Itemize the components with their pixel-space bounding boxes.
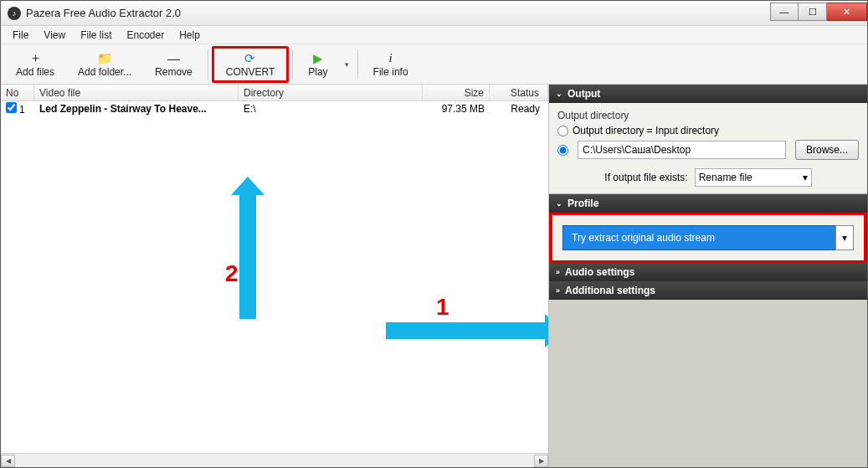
plus-icon: ＋ bbox=[29, 51, 42, 66]
add-files-label: Add files bbox=[16, 66, 54, 78]
toolbar: ＋ Add files 📁 Add folder... — Remove ⟳ C… bbox=[1, 44, 867, 85]
output-custom-dir-option: Browse... bbox=[557, 140, 859, 160]
list-body[interactable]: 1 Led Zeppelin - Stairway To Heave... E:… bbox=[1, 101, 548, 453]
add-files-button[interactable]: ＋ Add files bbox=[4, 46, 66, 83]
play-button[interactable]: ▶ Play bbox=[296, 46, 339, 83]
output-path-input[interactable] bbox=[578, 141, 786, 159]
menu-file[interactable]: File bbox=[6, 28, 35, 43]
folder-icon: 📁 bbox=[97, 51, 113, 66]
audio-settings-header[interactable]: » Audio settings bbox=[549, 263, 867, 281]
close-button[interactable]: ✕ bbox=[827, 3, 867, 21]
additional-settings-header[interactable]: » Additional settings bbox=[549, 281, 867, 300]
convert-icon: ⟳ bbox=[244, 51, 255, 66]
chevron-down-icon: ⌄ bbox=[556, 199, 562, 208]
play-dropdown[interactable]: ▾ bbox=[340, 60, 354, 69]
settings-pane: ⌄ Output Output directory Output directo… bbox=[549, 85, 867, 467]
output-same-dir-option[interactable]: Output directory = Input directory bbox=[557, 125, 859, 136]
play-icon: ▶ bbox=[313, 51, 323, 66]
list-header: No Video file Directory Size Status bbox=[1, 85, 548, 101]
col-size[interactable]: Size bbox=[423, 85, 490, 100]
body-area: No Video file Directory Size Status 1 Le… bbox=[1, 85, 867, 467]
row-file: Led Zeppelin - Stairway To Heave... bbox=[34, 103, 239, 115]
output-header-label: Output bbox=[568, 88, 600, 100]
row-dir: E:\ bbox=[239, 103, 423, 115]
menu-filelist[interactable]: File list bbox=[74, 28, 118, 43]
file-exists-row: If output file exists: Rename file ▾ bbox=[557, 168, 859, 187]
profile-header[interactable]: ⌄ Profile bbox=[549, 194, 867, 213]
toolbar-separator bbox=[292, 49, 293, 80]
row-number: 1 bbox=[19, 104, 25, 116]
col-status[interactable]: Status bbox=[490, 85, 548, 100]
minus-icon: — bbox=[167, 51, 180, 66]
browse-button[interactable]: Browse... bbox=[795, 140, 859, 160]
output-dir-label: Output directory bbox=[557, 110, 859, 121]
row-status: Ready bbox=[490, 103, 548, 115]
col-file[interactable]: Video file bbox=[34, 85, 239, 100]
file-info-label: File info bbox=[373, 66, 408, 78]
profile-header-label: Profile bbox=[568, 198, 598, 209]
annotation-arrow-1 bbox=[386, 322, 545, 339]
file-exists-select[interactable]: Rename file ▾ bbox=[695, 168, 812, 187]
app-title: Pazera Free Audio Extractor 2.0 bbox=[26, 7, 181, 19]
convert-label: CONVERT bbox=[226, 66, 275, 78]
file-exists-value: Rename file bbox=[699, 172, 752, 183]
toolbar-separator bbox=[357, 49, 358, 80]
maximize-button[interactable]: ☐ bbox=[799, 3, 827, 21]
scroll-right-icon[interactable]: ▶ bbox=[534, 455, 548, 467]
remove-label: Remove bbox=[155, 66, 193, 78]
table-row[interactable]: 1 Led Zeppelin - Stairway To Heave... E:… bbox=[1, 101, 548, 116]
convert-button[interactable]: ⟳ CONVERT bbox=[212, 46, 289, 83]
info-icon: i bbox=[388, 51, 392, 66]
additional-settings-label: Additional settings bbox=[565, 285, 655, 296]
chevron-right-icon: » bbox=[556, 286, 560, 295]
annotation-label-2: 2 bbox=[225, 260, 239, 287]
scroll-left-icon[interactable]: ◀ bbox=[1, 455, 15, 467]
radio-same-dir[interactable] bbox=[557, 126, 568, 136]
file-list-pane: No Video file Directory Size Status 1 Le… bbox=[1, 85, 549, 467]
annotation-arrow-2 bbox=[239, 195, 256, 319]
audio-settings-label: Audio settings bbox=[565, 266, 634, 278]
minimize-button[interactable]: — bbox=[770, 3, 799, 21]
add-folder-label: Add folder... bbox=[78, 66, 131, 78]
output-same-dir-label: Output directory = Input directory bbox=[573, 125, 719, 136]
output-panel: Output directory Output directory = Inpu… bbox=[549, 103, 867, 194]
chevron-down-icon: ▾ bbox=[803, 172, 808, 183]
file-info-button[interactable]: i File info bbox=[362, 46, 420, 83]
empty-area bbox=[549, 300, 867, 467]
remove-button[interactable]: — Remove bbox=[143, 46, 204, 83]
row-checkbox[interactable] bbox=[6, 102, 17, 113]
horizontal-scrollbar[interactable]: ◀ ▶ bbox=[1, 453, 548, 467]
menu-help[interactable]: Help bbox=[172, 28, 207, 43]
toolbar-separator bbox=[208, 49, 208, 80]
profile-panel: Try extract original audio stream ▾ bbox=[549, 213, 867, 263]
chevron-down-icon: ⌄ bbox=[556, 90, 562, 98]
play-label: Play bbox=[308, 66, 327, 78]
menu-encoder[interactable]: Encoder bbox=[120, 28, 171, 43]
row-no: 1 bbox=[1, 102, 34, 116]
row-size: 97.35 MB bbox=[423, 103, 490, 115]
file-exists-label: If output file exists: bbox=[604, 172, 687, 183]
profile-select[interactable]: Try extract original audio stream ▾ bbox=[562, 225, 854, 250]
menu-view[interactable]: View bbox=[37, 28, 72, 43]
profile-value: Try extract original audio stream bbox=[572, 232, 715, 244]
titlebar: ♪ Pazera Free Audio Extractor 2.0 — ☐ ✕ bbox=[1, 1, 867, 26]
col-no[interactable]: No bbox=[1, 85, 34, 100]
app-window: ♪ Pazera Free Audio Extractor 2.0 — ☐ ✕ … bbox=[0, 0, 868, 468]
radio-custom-dir[interactable] bbox=[557, 145, 568, 156]
chevron-down-icon[interactable]: ▾ bbox=[835, 225, 854, 250]
add-folder-button[interactable]: 📁 Add folder... bbox=[66, 46, 143, 83]
menubar: File View File list Encoder Help bbox=[1, 26, 867, 44]
chevron-right-icon: » bbox=[556, 268, 560, 276]
col-dir[interactable]: Directory bbox=[239, 85, 423, 100]
window-controls: — ☐ ✕ bbox=[770, 5, 867, 21]
annotation-label-1: 1 bbox=[436, 294, 449, 321]
output-header[interactable]: ⌄ Output bbox=[549, 85, 867, 103]
app-icon: ♪ bbox=[8, 7, 21, 20]
